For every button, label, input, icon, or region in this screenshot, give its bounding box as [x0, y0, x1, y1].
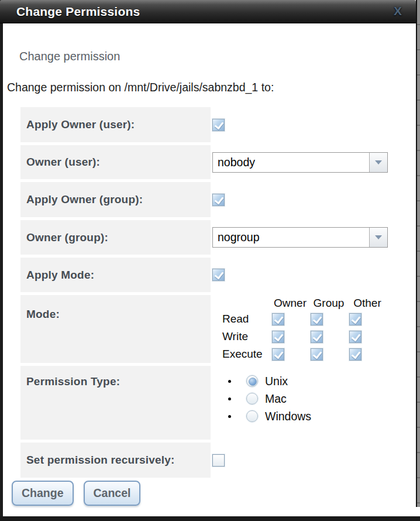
mode-execute-group-checkbox[interactable]: [311, 348, 323, 361]
recursive-checkbox[interactable]: [212, 454, 225, 467]
permissions-form: Apply Owner (user): Owner (user): nobody…: [20, 107, 388, 478]
dialog-actions: Change Cancel: [12, 481, 140, 506]
row-apply-mode: Apply Mode:: [20, 258, 388, 292]
row-permission-type: Permission Type: Unix Mac: [20, 366, 388, 440]
apply-owner-group-checkbox[interactable]: [212, 194, 225, 206]
mode-grid: Owner Group Other Read Write Execute: [212, 296, 387, 363]
owner-user-value: nobody: [213, 153, 369, 172]
path-description: Change permission on /mnt/Drive/jails/sa…: [7, 81, 274, 94]
mode-write-owner-checkbox[interactable]: [272, 331, 284, 343]
row-mode: Mode: Owner Group Other Read Write: [20, 295, 388, 363]
bullet-icon: [228, 397, 231, 400]
mode-row-read-label: Read: [212, 310, 271, 328]
apply-mode-checkbox[interactable]: [212, 269, 225, 281]
row-apply-owner-group: Apply Owner (group):: [20, 182, 388, 217]
row-owner-user: Owner (user): nobody: [20, 145, 388, 179]
row-apply-owner-user: Apply Owner (user):: [20, 107, 388, 142]
unix-radio-label: Unix: [265, 375, 288, 388]
mode-read-owner-checkbox[interactable]: [272, 313, 284, 325]
bullet-icon: [228, 380, 231, 383]
dialog-content: Change permission Change permission on /…: [3, 23, 416, 516]
cancel-button[interactable]: Cancel: [84, 481, 141, 506]
owner-user-dropdown[interactable]: nobody: [212, 152, 388, 173]
permission-type-option-windows[interactable]: Windows: [212, 407, 311, 425]
permission-type-label: Permission Type:: [20, 366, 211, 440]
mode-read-group-checkbox[interactable]: [311, 313, 323, 325]
windows-radio-label: Windows: [265, 410, 311, 423]
dialog-heading: Change permission: [19, 50, 120, 63]
apply-owner-user-label: Apply Owner (user):: [20, 107, 211, 142]
mode-row-write-label: Write: [212, 328, 271, 345]
owner-group-dropdown[interactable]: nogroup: [212, 227, 388, 248]
mode-execute-other-checkbox[interactable]: [349, 348, 362, 361]
apply-owner-user-checkbox[interactable]: [212, 119, 225, 131]
apply-mode-label: Apply Mode:: [20, 258, 211, 292]
mode-write-other-checkbox[interactable]: [349, 331, 362, 343]
row-owner-group: Owner (group): nogroup: [20, 220, 388, 255]
mode-col-group: Group: [309, 296, 348, 310]
apply-owner-group-label: Apply Owner (group):: [20, 182, 211, 217]
mode-read-other-checkbox[interactable]: [349, 313, 362, 325]
mac-radio-label: Mac: [265, 392, 287, 406]
owner-user-dropdown-button[interactable]: [369, 153, 387, 172]
row-recursive: Set permission recursively:: [20, 443, 388, 478]
permission-type-option-mac[interactable]: Mac: [212, 390, 311, 407]
windows-radio[interactable]: [246, 410, 258, 422]
dialog-title: Change Permissions: [16, 5, 140, 19]
permission-type-option-unix[interactable]: Unix: [212, 372, 311, 390]
bullet-icon: [228, 415, 231, 418]
dialog-titlebar[interactable]: Change Permissions X: [0, 0, 416, 23]
permission-type-list: Unix Mac Windows: [212, 372, 311, 425]
mode-write-group-checkbox[interactable]: [311, 331, 323, 343]
mode-row-execute-label: Execute: [212, 345, 271, 363]
chevron-down-icon: [375, 160, 382, 164]
mode-col-owner: Owner: [271, 296, 309, 310]
recursive-label: Set permission recursively:: [20, 443, 211, 478]
mac-radio[interactable]: [246, 393, 258, 405]
owner-group-label: Owner (group):: [20, 220, 211, 255]
unix-radio[interactable]: [246, 375, 258, 387]
mode-label: Mode:: [20, 295, 211, 363]
owner-group-value: nogroup: [213, 228, 369, 247]
close-icon[interactable]: X: [394, 4, 402, 18]
chevron-down-icon: [375, 235, 382, 239]
mode-execute-owner-checkbox[interactable]: [272, 348, 284, 361]
owner-group-dropdown-button[interactable]: [369, 228, 387, 247]
change-button[interactable]: Change: [12, 481, 74, 506]
background-page-edge: [416, 0, 420, 507]
mode-col-other: Other: [348, 296, 387, 310]
owner-user-label: Owner (user):: [20, 145, 211, 179]
change-permissions-dialog: Change Permissions X Change permission C…: [0, 0, 416, 521]
dialog-bottom-border: [0, 516, 420, 521]
mode-grid-corner: [212, 296, 271, 310]
